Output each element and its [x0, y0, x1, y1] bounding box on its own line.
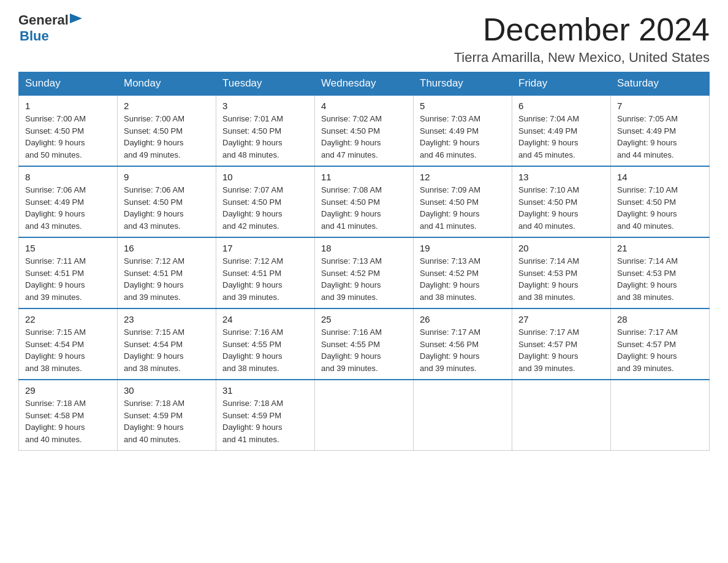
table-row: 2Sunrise: 7:00 AMSunset: 4:50 PMDaylight…	[118, 95, 216, 166]
table-row: 13Sunrise: 7:10 AMSunset: 4:50 PMDayligh…	[512, 166, 611, 237]
day-number: 21	[617, 243, 703, 253]
day-number: 10	[222, 172, 308, 182]
day-number: 29	[25, 385, 111, 396]
day-number: 11	[321, 172, 407, 182]
table-row: 8Sunrise: 7:06 AMSunset: 4:49 PMDaylight…	[19, 166, 118, 237]
page-header: General Blue December 2024 Tierra Amaril…	[18, 12, 710, 66]
table-row: 28Sunrise: 7:17 AMSunset: 4:57 PMDayligh…	[611, 308, 710, 380]
day-number: 17	[222, 243, 308, 253]
day-number: 25	[321, 314, 407, 324]
day-info: Sunrise: 7:11 AMSunset: 4:51 PMDaylight:…	[25, 255, 111, 303]
day-info: Sunrise: 7:01 AMSunset: 4:50 PMDaylight:…	[222, 113, 308, 161]
day-info: Sunrise: 7:03 AMSunset: 4:49 PMDaylight:…	[420, 113, 506, 161]
day-number: 5	[420, 101, 506, 111]
logo: General Blue	[18, 12, 82, 44]
location-title: Tierra Amarilla, New Mexico, United Stat…	[454, 50, 710, 66]
day-number: 22	[25, 314, 111, 324]
day-info: Sunrise: 7:00 AMSunset: 4:50 PMDaylight:…	[25, 113, 111, 161]
day-number: 19	[420, 243, 506, 253]
day-number: 26	[420, 314, 506, 324]
col-tuesday: Tuesday	[216, 72, 315, 96]
day-number: 9	[124, 172, 210, 182]
col-friday: Friday	[512, 72, 611, 96]
day-info: Sunrise: 7:06 AMSunset: 4:49 PMDaylight:…	[25, 184, 111, 232]
day-number: 13	[518, 172, 604, 182]
day-info: Sunrise: 7:16 AMSunset: 4:55 PMDaylight:…	[222, 326, 308, 374]
day-number: 12	[420, 172, 506, 182]
day-info: Sunrise: 7:10 AMSunset: 4:50 PMDaylight:…	[518, 184, 604, 232]
day-number: 4	[321, 101, 407, 111]
day-info: Sunrise: 7:18 AMSunset: 4:58 PMDaylight:…	[25, 397, 111, 445]
day-info: Sunrise: 7:18 AMSunset: 4:59 PMDaylight:…	[124, 397, 210, 445]
calendar-week-row: 22Sunrise: 7:15 AMSunset: 4:54 PMDayligh…	[19, 308, 710, 380]
day-info: Sunrise: 7:17 AMSunset: 4:56 PMDaylight:…	[420, 326, 506, 374]
logo-triangle-icon	[70, 13, 82, 27]
day-info: Sunrise: 7:17 AMSunset: 4:57 PMDaylight:…	[518, 326, 604, 374]
table-row: 25Sunrise: 7:16 AMSunset: 4:55 PMDayligh…	[315, 308, 414, 380]
table-row: 17Sunrise: 7:12 AMSunset: 4:51 PMDayligh…	[216, 237, 315, 308]
day-number: 15	[25, 243, 111, 253]
day-number: 3	[222, 101, 308, 111]
col-thursday: Thursday	[414, 72, 512, 96]
day-info: Sunrise: 7:04 AMSunset: 4:49 PMDaylight:…	[518, 113, 604, 161]
day-number: 7	[617, 101, 703, 111]
logo-blue-text: Blue	[20, 28, 49, 44]
day-info: Sunrise: 7:15 AMSunset: 4:54 PMDaylight:…	[25, 326, 111, 374]
table-row: 6Sunrise: 7:04 AMSunset: 4:49 PMDaylight…	[512, 95, 611, 166]
logo-row1: General	[18, 12, 82, 28]
day-info: Sunrise: 7:12 AMSunset: 4:51 PMDaylight:…	[222, 255, 308, 303]
table-row: 12Sunrise: 7:09 AMSunset: 4:50 PMDayligh…	[414, 166, 512, 237]
table-row: 7Sunrise: 7:05 AMSunset: 4:49 PMDaylight…	[611, 95, 710, 166]
table-row: 31Sunrise: 7:18 AMSunset: 4:59 PMDayligh…	[216, 380, 315, 451]
day-number: 1	[25, 101, 111, 111]
day-number: 2	[124, 101, 210, 111]
svg-marker-0	[70, 13, 82, 23]
day-number: 28	[617, 314, 703, 324]
day-number: 31	[222, 385, 308, 396]
table-row: 23Sunrise: 7:15 AMSunset: 4:54 PMDayligh…	[118, 308, 216, 380]
day-number: 16	[124, 243, 210, 253]
table-row: 3Sunrise: 7:01 AMSunset: 4:50 PMDaylight…	[216, 95, 315, 166]
col-sunday: Sunday	[19, 72, 118, 96]
table-row: 24Sunrise: 7:16 AMSunset: 4:55 PMDayligh…	[216, 308, 315, 380]
logo-icon-area	[70, 13, 82, 27]
table-row	[512, 380, 611, 451]
day-info: Sunrise: 7:12 AMSunset: 4:51 PMDaylight:…	[124, 255, 210, 303]
day-info: Sunrise: 7:13 AMSunset: 4:52 PMDaylight:…	[321, 255, 407, 303]
day-number: 23	[124, 314, 210, 324]
table-row: 9Sunrise: 7:06 AMSunset: 4:50 PMDaylight…	[118, 166, 216, 237]
table-row: 5Sunrise: 7:03 AMSunset: 4:49 PMDaylight…	[414, 95, 512, 166]
table-row: 10Sunrise: 7:07 AMSunset: 4:50 PMDayligh…	[216, 166, 315, 237]
day-info: Sunrise: 7:10 AMSunset: 4:50 PMDaylight:…	[617, 184, 703, 232]
calendar-header-row: Sunday Monday Tuesday Wednesday Thursday…	[19, 72, 710, 96]
table-row: 11Sunrise: 7:08 AMSunset: 4:50 PMDayligh…	[315, 166, 414, 237]
day-info: Sunrise: 7:07 AMSunset: 4:50 PMDaylight:…	[222, 184, 308, 232]
day-number: 30	[124, 385, 210, 396]
day-info: Sunrise: 7:05 AMSunset: 4:49 PMDaylight:…	[617, 113, 703, 161]
table-row: 14Sunrise: 7:10 AMSunset: 4:50 PMDayligh…	[611, 166, 710, 237]
table-row	[414, 380, 512, 451]
table-row: 15Sunrise: 7:11 AMSunset: 4:51 PMDayligh…	[19, 237, 118, 308]
day-info: Sunrise: 7:15 AMSunset: 4:54 PMDaylight:…	[124, 326, 210, 374]
table-row: 30Sunrise: 7:18 AMSunset: 4:59 PMDayligh…	[118, 380, 216, 451]
table-row: 29Sunrise: 7:18 AMSunset: 4:58 PMDayligh…	[19, 380, 118, 451]
title-area: December 2024 Tierra Amarilla, New Mexic…	[454, 12, 710, 66]
table-row: 22Sunrise: 7:15 AMSunset: 4:54 PMDayligh…	[19, 308, 118, 380]
day-info: Sunrise: 7:08 AMSunset: 4:50 PMDaylight:…	[321, 184, 407, 232]
calendar-week-row: 1Sunrise: 7:00 AMSunset: 4:50 PMDaylight…	[19, 95, 710, 166]
col-wednesday: Wednesday	[315, 72, 414, 96]
day-number: 18	[321, 243, 407, 253]
col-saturday: Saturday	[611, 72, 710, 96]
day-number: 14	[617, 172, 703, 182]
day-info: Sunrise: 7:13 AMSunset: 4:52 PMDaylight:…	[420, 255, 506, 303]
day-number: 8	[25, 172, 111, 182]
day-info: Sunrise: 7:09 AMSunset: 4:50 PMDaylight:…	[420, 184, 506, 232]
day-info: Sunrise: 7:17 AMSunset: 4:57 PMDaylight:…	[617, 326, 703, 374]
day-info: Sunrise: 7:18 AMSunset: 4:59 PMDaylight:…	[222, 397, 308, 445]
table-row: 19Sunrise: 7:13 AMSunset: 4:52 PMDayligh…	[414, 237, 512, 308]
day-info: Sunrise: 7:14 AMSunset: 4:53 PMDaylight:…	[518, 255, 604, 303]
calendar-week-row: 29Sunrise: 7:18 AMSunset: 4:58 PMDayligh…	[19, 380, 710, 451]
calendar-week-row: 8Sunrise: 7:06 AMSunset: 4:49 PMDaylight…	[19, 166, 710, 237]
calendar-table: Sunday Monday Tuesday Wednesday Thursday…	[18, 72, 710, 451]
day-number: 24	[222, 314, 308, 324]
